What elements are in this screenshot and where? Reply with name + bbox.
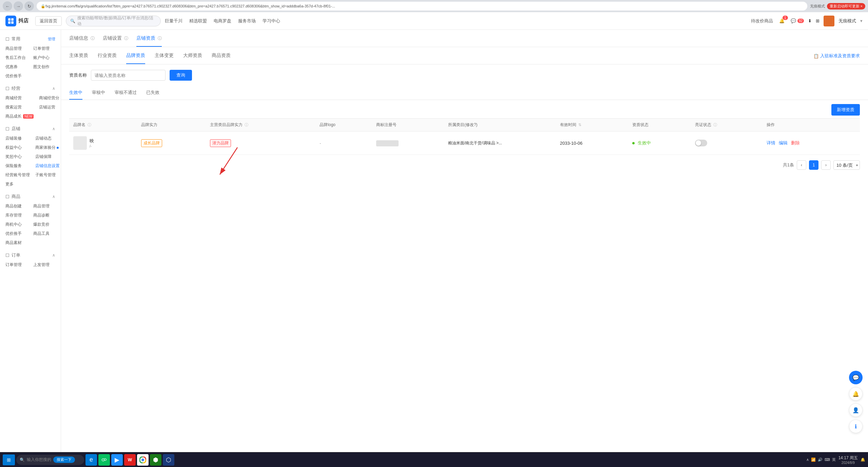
sidebar-item-mall-score[interactable]: 商城经营分 xyxy=(36,94,61,103)
sidebar-item-sub-account[interactable]: 子账号管理 xyxy=(33,170,61,180)
sidebar-item-store-ops[interactable]: 店铺运营 xyxy=(36,103,61,112)
refresh-button[interactable]: ↻ xyxy=(24,1,34,11)
sidebar-item-biz-account[interactable]: 经营账号管理 xyxy=(3,170,33,180)
sidebar-item-goods-mgmt[interactable]: 商品管理 xyxy=(3,44,31,53)
taskbar-blue2-app[interactable]: ⬡ xyxy=(163,454,174,466)
float-bell-button[interactable]: 🔔 xyxy=(849,387,863,401)
sidebar-item-graphic[interactable]: 图文创作 xyxy=(31,62,58,72)
sub-tab-entity[interactable]: 主体资质 xyxy=(69,53,88,64)
sidebar-item-create-goods[interactable]: 商品创建 xyxy=(3,202,31,211)
tab-store-info[interactable]: 店铺信息 ⓘ xyxy=(69,30,95,47)
taskbar-wechat-app[interactable] xyxy=(98,454,110,466)
add-qualification-button[interactable]: 新增资质 xyxy=(831,104,860,116)
business-collapse[interactable]: ∧ xyxy=(52,86,55,91)
manage-link[interactable]: 管理 xyxy=(48,37,55,42)
col-action: 操作 xyxy=(763,119,860,131)
user-avatar[interactable] xyxy=(824,16,834,26)
sidebar-item-goods-material[interactable]: 商品素材 xyxy=(3,238,31,247)
filter-input[interactable] xyxy=(91,70,166,81)
sidebar-item-goods-growth[interactable]: 商品成长NEW xyxy=(3,112,36,121)
float-info-button[interactable]: ℹ xyxy=(849,420,863,433)
page-size-select[interactable]: 10 条/页 20 条/页 50 条/页 xyxy=(833,160,860,170)
taskbar-arrow-app[interactable]: ▶ xyxy=(111,454,123,466)
sidebar-item-goods-manage[interactable]: 商品管理 xyxy=(31,202,58,211)
sidebar-item-promo2[interactable]: 优价推手 xyxy=(3,229,31,238)
windows-start-button[interactable]: ⊞ xyxy=(3,454,15,465)
sidebar-item-store-info[interactable]: 店铺信息设置 xyxy=(33,161,61,170)
sidebar-item-hot-bid[interactable]: 爆款竞价 xyxy=(31,220,58,229)
status-tab-reviewing[interactable]: 审核中 xyxy=(92,86,105,100)
back-home-button[interactable]: 返回首页 xyxy=(35,16,62,26)
sidebar-item-aftersale[interactable]: 售后工作台 xyxy=(3,53,31,62)
forward-button[interactable]: → xyxy=(14,1,23,11)
sidebar-item-decor[interactable]: 店铺装修 xyxy=(3,134,33,143)
sidebar-item-order-manage[interactable]: 订单管理 xyxy=(3,260,31,269)
grid-icon[interactable]: ⊞ xyxy=(816,18,819,23)
url-bar[interactable]: 🔒 fxg.jinritemai.com/ffa/grs/qualificati… xyxy=(37,2,807,11)
delete-link[interactable]: 删除 xyxy=(791,140,800,146)
sidebar-item-inventory[interactable]: 库存管理 xyxy=(3,211,31,220)
query-button[interactable]: 查询 xyxy=(170,70,192,81)
light-cert-toggle[interactable] xyxy=(695,140,707,146)
sub-tab-goods-qual[interactable]: 商品资质 xyxy=(212,53,231,64)
message-button[interactable]: 💬 92 xyxy=(791,16,804,26)
sidebar-item-order-mgmt[interactable]: 订单管理 xyxy=(31,44,58,53)
order-collapse[interactable]: ∧ xyxy=(52,253,55,258)
sub-tab-industry[interactable]: 行业资质 xyxy=(98,53,117,64)
sub-tab-master[interactable]: 大师资质 xyxy=(183,53,202,64)
sidebar-item-search-ops[interactable]: 搜索运营 xyxy=(3,103,36,112)
nav-link-2[interactable]: 精选联盟 xyxy=(189,18,207,24)
taskbar-up-icon[interactable]: ∧ xyxy=(806,458,809,462)
taskbar-notification-icon[interactable]: 🔔 xyxy=(861,458,865,462)
tab-store-settings[interactable]: 店铺设置 ⓘ xyxy=(103,30,128,47)
sidebar-item-promo[interactable]: 优价推手 xyxy=(3,72,31,81)
sidebar-item-mall-biz[interactable]: 商城经营 xyxy=(3,94,36,103)
taskbar-edge-app[interactable]: e xyxy=(85,454,97,466)
tab-store-qualification[interactable]: 店铺资质 ⓘ xyxy=(136,30,162,47)
notification-button[interactable]: 🔔 1 xyxy=(777,16,787,26)
taskbar-green-app[interactable]: ⬢ xyxy=(150,454,161,466)
sidebar-item-merchant-exp[interactable]: 商家体验分 xyxy=(33,143,61,152)
sidebar-item-insurance[interactable]: 保险服务 xyxy=(3,161,33,170)
sidebar-item-rewards[interactable]: 奖惩中心 xyxy=(3,152,33,161)
nav-link-3[interactable]: 电商罗盘 xyxy=(214,18,231,24)
download-icon[interactable]: ⬇ xyxy=(808,18,812,23)
sidebar-item-protection[interactable]: 店铺保障 xyxy=(33,152,61,161)
page-total: 共1条 xyxy=(783,162,794,168)
status-tab-active[interactable]: 生效中 xyxy=(69,86,82,100)
taskbar-wifi-icon: 📶 xyxy=(811,458,816,462)
store-collapse[interactable]: ∧ xyxy=(52,126,55,131)
admission-link[interactable]: 📋 入驻标准及资质要求 xyxy=(813,53,860,59)
status-tab-expired[interactable]: 已失效 xyxy=(146,86,159,100)
float-user-button[interactable]: 👤 xyxy=(849,403,863,417)
next-page-button[interactable]: › xyxy=(821,160,831,170)
sub-tab-brand[interactable]: 品牌资质 xyxy=(126,53,145,64)
sidebar-item-coupon[interactable]: 优惠券 xyxy=(3,62,31,72)
user-dropdown-icon[interactable]: ▾ xyxy=(860,18,863,23)
sidebar-item-account[interactable]: 账户中心 xyxy=(31,53,58,62)
taskbar-search-button[interactable]: 搜索一下 xyxy=(53,456,75,463)
sidebar-item-upload-manage[interactable]: 上发管理 xyxy=(31,260,58,269)
back-button[interactable]: ← xyxy=(3,1,12,11)
status-tab-rejected[interactable]: 审核不通过 xyxy=(115,86,137,100)
restart-update-button[interactable]: 重新启动即可更新 × xyxy=(827,3,865,9)
sidebar-item-biz-opp[interactable]: 商机中心 xyxy=(3,220,31,229)
taskbar-red-app[interactable]: W xyxy=(124,454,136,466)
edit-link[interactable]: 编辑 xyxy=(779,140,788,146)
sidebar-item-rights[interactable]: 权益中心 xyxy=(3,143,33,152)
sidebar-item-dynamics[interactable]: 店铺动态 xyxy=(33,134,61,143)
sidebar-item-goods-tools[interactable]: 商品工具 xyxy=(31,229,58,238)
float-chat-button[interactable]: 💬 xyxy=(849,371,863,384)
sub-tab-entity-change[interactable]: 主体变更 xyxy=(155,53,174,64)
sidebar-item-goods-diag[interactable]: 商品诊断 xyxy=(31,211,58,220)
nav-link-4[interactable]: 服务市场 xyxy=(238,18,256,24)
goods-collapse[interactable]: ∧ xyxy=(52,194,55,199)
nav-link-5[interactable]: 学习中心 xyxy=(263,18,280,24)
detail-link[interactable]: 详情 xyxy=(767,140,775,146)
nav-link-1[interactable]: 巨量千川 xyxy=(165,18,182,24)
prev-page-button[interactable]: ‹ xyxy=(797,160,806,170)
search-bar[interactable]: 🔍 搜索功能/帮助/数据/商品/订单/平台消息/活动 xyxy=(66,16,161,26)
sidebar-item-more[interactable]: 更多 xyxy=(3,180,33,189)
taskbar-chrome-app[interactable] xyxy=(137,454,149,466)
current-page-button[interactable]: 1 xyxy=(809,160,818,170)
